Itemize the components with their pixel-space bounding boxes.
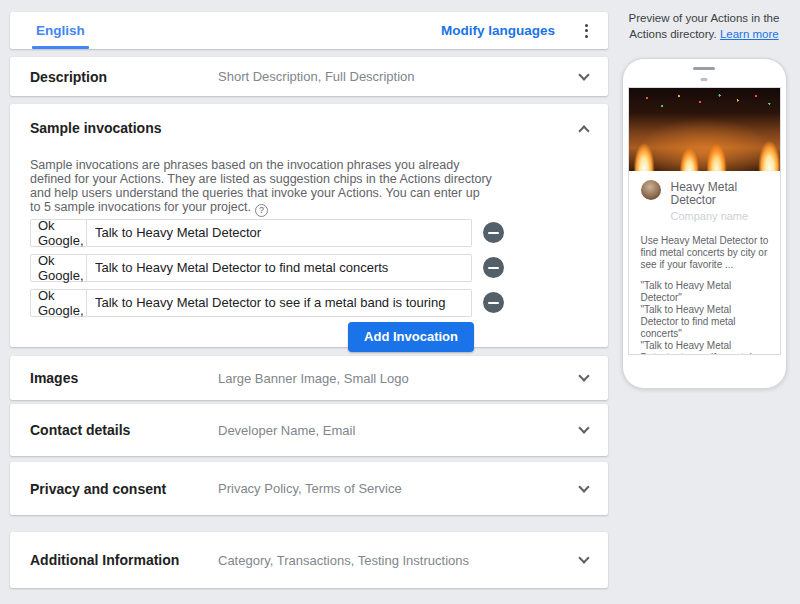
remove-invocation-button[interactable] [483,257,504,278]
quote-line: "Talk to Heavy Metal Detector" [641,280,770,304]
chevron-down-icon[interactable] [578,422,589,433]
sample-invocations-header[interactable]: Sample invocations [30,119,588,137]
invocation-row: Ok Google, [30,219,588,247]
phone-mockup: Heavy Metal Detector Company name Use He… [622,58,787,389]
modify-languages-link[interactable]: Modify languages [441,23,555,38]
add-invocation-row: Add Invocation [30,322,474,352]
add-invocation-button[interactable]: Add Invocation [348,322,474,352]
sample-invocation-quotes: "Talk to Heavy Metal Detector" "Talk to … [641,280,770,355]
section-subtitle: Short Description, Full Description [218,69,580,84]
section-row-privacy-and-consent[interactable]: Privacy and consent Privacy Policy, Term… [10,462,608,515]
chevron-up-icon[interactable] [578,125,589,136]
section-sample-invocations: Sample invocations Sample invocations ar… [10,104,608,347]
phone-camera-icon [701,78,708,81]
chevron-down-icon[interactable] [578,481,589,492]
phone-screen: Heavy Metal Detector Company name Use He… [628,87,781,355]
ok-google-prefix: Ok Google, [30,289,87,317]
ok-google-prefix: Ok Google, [30,254,87,282]
app-logo-avatar [641,180,661,200]
invocation-input-1[interactable] [87,219,472,247]
section-title: Privacy and consent [30,481,218,497]
company-name-placeholder: Company name [671,210,768,222]
banner-image [629,88,780,171]
language-tabbar: English Modify languages [10,12,608,49]
section-row-contact-details[interactable]: Contact details Developer Name, Email [10,404,608,456]
learn-more-link[interactable]: Learn more [720,28,779,40]
section-row-description[interactable]: Description Short Description, Full Desc… [10,57,608,96]
preview-panel: Preview of your Actions in the Actions d… [608,0,800,588]
chevron-down-icon[interactable] [578,552,589,563]
app-header: Heavy Metal Detector Company name [641,180,768,222]
quote-line: "Talk to Heavy Metal Detector to see if … [641,340,770,355]
chevron-down-icon[interactable] [578,370,589,381]
quote-line: "Talk to Heavy Metal Detector to find me… [641,304,770,340]
app-title-block: Heavy Metal Detector Company name [671,180,768,222]
phone-speaker-icon [693,67,715,70]
preview-caption: Preview of your Actions in the Actions d… [611,10,797,42]
tab-english-label: English [36,23,85,38]
invocation-row: Ok Google, [30,254,588,282]
remove-invocation-button[interactable] [483,222,504,243]
section-title: Contact details [30,422,218,438]
section-row-images[interactable]: Images Large Banner Image, Small Logo [10,356,608,400]
tab-english[interactable]: English [32,12,89,49]
section-subtitle: Privacy Policy, Terms of Service [218,481,580,496]
invocation-row: Ok Google, [30,289,588,317]
app-title: Heavy Metal Detector [671,180,768,207]
page: English Modify languages Description Sho… [0,0,800,588]
invocation-input-3[interactable] [87,289,472,317]
section-subtitle: Developer Name, Email [218,423,580,438]
remove-invocation-button[interactable] [483,292,504,313]
help-icon[interactable]: ? [255,204,268,217]
app-description: Use Heavy Metal Detector to find metal c… [641,235,770,271]
more-options-kebab-icon[interactable] [579,20,594,42]
sample-invocations-help-text: Sample invocations are phrases based on … [30,158,492,217]
invocation-input-2[interactable] [87,254,472,282]
main-column: English Modify languages Description Sho… [10,12,608,588]
section-row-additional-information[interactable]: Additional Information Category, Transac… [10,532,608,588]
section-subtitle: Large Banner Image, Small Logo [218,371,580,386]
section-title: Images [30,370,218,386]
section-title: Sample invocations [30,120,580,136]
section-subtitle: Category, Transactions, Testing Instruct… [218,553,580,568]
ok-google-prefix: Ok Google, [30,219,87,247]
chevron-down-icon[interactable] [578,69,589,80]
section-title: Additional Information [30,552,218,568]
section-title: Description [30,69,218,85]
